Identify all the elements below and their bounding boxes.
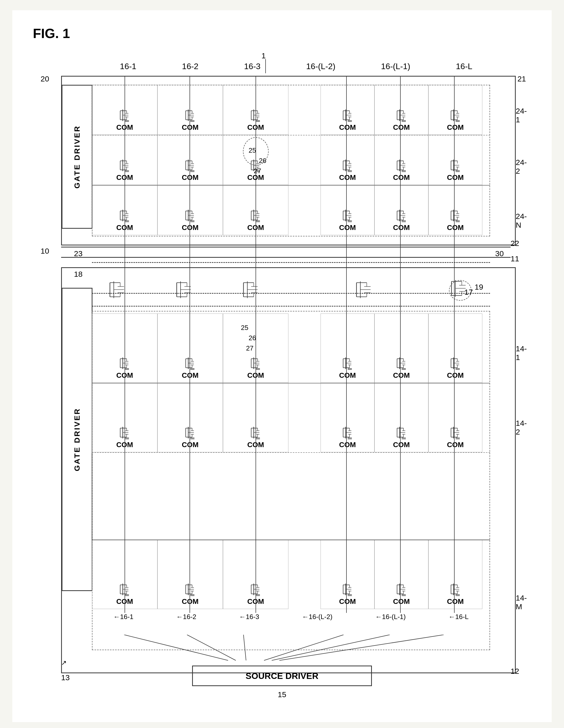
vline-c2	[190, 76, 190, 613]
hline-u-2	[92, 185, 490, 186]
col-label-lm2: 16-(L-2)	[306, 62, 335, 71]
com-l-r1-c2: COM	[182, 371, 199, 380]
tft-u-r3-c4	[340, 208, 355, 223]
col-label-2: 16-2	[182, 62, 199, 71]
bot-col-label-l: ←16-L	[448, 613, 468, 621]
cell-l-r2-c4: COM	[320, 383, 374, 452]
cell-u-r1-c6: COM	[428, 85, 482, 135]
cell-u-r1-c2: COM	[158, 85, 223, 135]
tft-symbol-u-r1-c2	[183, 108, 197, 122]
com-l-rM-c6: COM	[447, 597, 464, 606]
com-u-r1-c5: COM	[393, 123, 410, 132]
label-24-2: 24-2	[516, 158, 527, 176]
tft-l-r2-c2	[183, 426, 197, 440]
tft-u-r1-c4	[340, 108, 355, 122]
cell-l-rM-c6: COM	[428, 540, 482, 609]
com-l-r1-c5: COM	[393, 371, 410, 380]
sense-line-lower-2	[92, 306, 490, 307]
gate-driver-upper: GATE DRIVER	[62, 85, 93, 229]
tft-u-r2-c3	[249, 158, 263, 172]
com-l-r1-c4: COM	[339, 371, 356, 380]
tft-l-rM-c5	[394, 582, 409, 596]
col-label-l: 16-L	[456, 62, 472, 71]
bot-col-label-lm1: ←16-(L-1)	[375, 613, 405, 621]
com-u-r1-c2: COM	[182, 123, 199, 132]
sense-tft-2	[174, 281, 195, 299]
hline-l-1	[92, 383, 490, 383]
bot-col-label-1: ←16-1	[113, 613, 133, 621]
com-u-r2-c4: COM	[339, 173, 356, 182]
vline-c6	[454, 76, 455, 613]
com-l-rM-c5: COM	[393, 597, 410, 606]
com-l-r1-c6: COM	[447, 371, 464, 380]
cell-l-r1-c6: COM	[428, 314, 482, 383]
cell-u-r2-c2: COM	[158, 135, 223, 185]
bot-col-label-3: ←16-3	[239, 613, 259, 621]
com-l-rM-c2: COM	[182, 597, 199, 606]
cell-l-r1-c2: COM	[158, 314, 223, 383]
tft-u-r3-c2	[183, 208, 197, 223]
tft-l-r1-c6	[448, 356, 462, 370]
cell-u-r3-c5: COM	[374, 185, 428, 235]
com-u-r3-c6: COM	[447, 224, 464, 232]
tft-l-r2-c6	[448, 426, 462, 440]
tft-u-r2-c6	[448, 158, 462, 172]
sense-line-lower-1	[92, 293, 490, 294]
svg-line-440	[124, 635, 228, 660]
label-25b: 25	[241, 324, 249, 332]
gate-driver-lower-label: GATE DRIVER	[73, 408, 81, 471]
cell-u-r1-c5: COM	[374, 85, 428, 135]
hline-middle-2	[61, 257, 511, 258]
source-driver-box: SOURCE DRIVER	[192, 666, 372, 686]
label-25a: 25	[249, 146, 256, 154]
label-14-1: 14-1	[516, 344, 527, 362]
arrow-13: ↗	[61, 659, 67, 667]
tft-l-r1-c5	[394, 356, 409, 370]
cell-u-r2-c4: COM	[320, 135, 374, 185]
hline-u-1	[92, 135, 490, 135]
tft-l-r2-c5	[394, 426, 409, 440]
tft-l-r2-c4	[340, 426, 355, 440]
label-22: 22	[511, 239, 519, 248]
tft-l-r1-c2	[183, 356, 197, 370]
col-labels-bottom: ←16-1 ←16-2 ←16-3 ←16-(L-2) ←16-(L-1) ←1…	[92, 613, 490, 621]
svg-line-441	[187, 635, 236, 660]
label-11: 11	[511, 254, 519, 263]
gate-driver-lower: GATE DRIVER	[62, 288, 93, 591]
svg-line-444	[272, 635, 390, 660]
sense-tft-4	[354, 281, 374, 299]
tft-l-rM-c2	[183, 582, 197, 596]
vline-c5	[400, 76, 401, 613]
col-labels-top: 16-1 16-2 16-3 16-(L-2) 16-(L-1) 16-L	[97, 62, 495, 71]
cell-u-r3-c6: COM	[428, 185, 482, 235]
col-label-3: 16-3	[244, 62, 261, 71]
tft-l-r1-c4	[340, 356, 355, 370]
cell-l-rM-c2: COM	[158, 540, 223, 609]
com-l-r2-c5: COM	[393, 441, 410, 449]
com-u-r3-c2: COM	[182, 224, 199, 232]
cell-l-r2-c5: COM	[374, 383, 428, 452]
sense-tft-3	[241, 281, 262, 299]
com-u-r3-c5: COM	[393, 224, 410, 232]
label-19: 19	[475, 283, 483, 291]
label-14-2: 14-2	[516, 419, 527, 436]
col-label-lm1: 16-(L-1)	[381, 62, 410, 71]
cell-l-r2-c6: COM	[428, 383, 482, 452]
cell-u-r2-c6: COM	[428, 135, 482, 185]
label-10: 10	[41, 247, 49, 255]
tft-u-r2-c2	[183, 158, 197, 172]
diagram: 1 16-1 16-2 16-3 16-(L-2) 16-(L-1) 16-L …	[38, 51, 526, 707]
label-14-M: 14-M	[516, 594, 527, 611]
svg-line-442	[244, 635, 246, 660]
tft-u-r2-c4	[340, 158, 355, 172]
label-13: 13	[61, 673, 70, 682]
tft-u-r1-c5	[394, 108, 409, 122]
com-u-r2-c6: COM	[447, 173, 464, 182]
cell-l-r1-c4: COM	[320, 314, 374, 383]
label-26b: 26	[249, 334, 256, 342]
com-u-r3-c4: COM	[339, 224, 356, 232]
hline-l-2	[92, 452, 490, 453]
tft-u-r1-c6	[448, 108, 462, 122]
tft-u-r3-c6	[448, 208, 462, 223]
hline-middle-1	[61, 247, 511, 247]
